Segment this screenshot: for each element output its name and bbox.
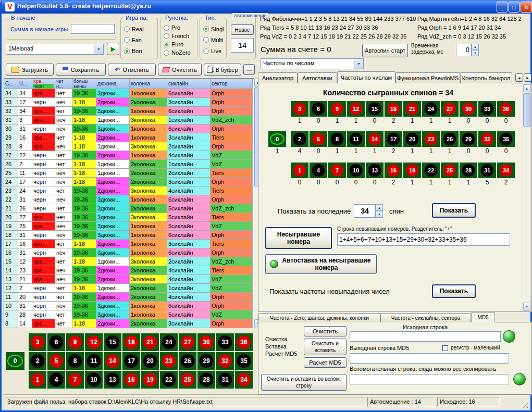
board-cell-26[interactable]: 26 xyxy=(179,352,196,370)
autospin-button[interactable]: Автоспин старт xyxy=(362,44,408,57)
autobet-missing-button[interactable]: Автоставка на несыгравшие номера xyxy=(265,254,377,274)
tabs-scroll-left-icon[interactable]: ◄ xyxy=(515,73,523,82)
title-bar[interactable]: V HelperRoullet 5.6- create helperroulle… xyxy=(2,0,530,14)
maximize-button[interactable]: □ xyxy=(509,2,519,13)
bottom-tab-3[interactable]: MD5 xyxy=(471,312,495,322)
radio-fan[interactable]: Fan xyxy=(124,36,156,44)
copy-buffer-button[interactable]: В буфер xyxy=(204,64,241,76)
md5-clear-button[interactable]: Очистить xyxy=(304,326,347,336)
board-cell-19[interactable]: 19 xyxy=(141,371,159,389)
board-cell-28[interactable]: 28 xyxy=(197,371,215,389)
chevron-down-icon[interactable]: ▼ xyxy=(354,59,363,69)
mode-combobox[interactable]: Частоты по числам ▼ xyxy=(261,58,364,69)
show-last-input[interactable]: 34 xyxy=(354,204,376,218)
play-button[interactable]: ▶ xyxy=(107,43,119,55)
radio-french[interactable]: French xyxy=(164,32,196,40)
delay-value[interactable]: 0 xyxy=(456,44,472,56)
bottom-tab-2[interactable]: Частота - сиклайны, сектора xyxy=(380,313,471,322)
board-cell-4[interactable]: 4 xyxy=(47,371,65,389)
undo-button[interactable]: ↶ Отменить xyxy=(108,64,156,76)
md5-source-input[interactable] xyxy=(350,331,501,342)
delay-spinner[interactable]: ▲ ▼ xyxy=(472,44,479,56)
board-cell-35[interactable]: 35 xyxy=(235,352,253,370)
board-cell-21[interactable]: 21 xyxy=(141,333,159,351)
board-cell-2[interactable]: 2 xyxy=(29,352,46,370)
board-cell-32[interactable]: 32 xyxy=(216,352,234,370)
bottom-tab-1[interactable]: Частота - Zero, шансы, дюжины, колонки xyxy=(258,313,380,322)
missing-string-input[interactable] xyxy=(337,233,510,246)
board-cell-5[interactable]: 5 xyxy=(47,352,65,370)
board-cell-34[interactable]: 34 xyxy=(235,371,253,389)
tab-4[interactable]: Функционал PsevdoMS xyxy=(395,72,460,83)
spin-up-icon[interactable]: ▲ xyxy=(376,204,383,211)
show-last-button[interactable]: Показать xyxy=(432,203,476,218)
radio-multi[interactable]: Multi xyxy=(203,36,225,44)
new-button[interactable]: Новое xyxy=(231,24,254,35)
tab-2[interactable]: Автоставки xyxy=(298,72,337,83)
board-cell-20[interactable]: 20 xyxy=(141,352,159,370)
board-cell-31[interactable]: 31 xyxy=(216,371,234,389)
freq-missing-button[interactable]: Показать xyxy=(432,284,476,298)
board-cell-22[interactable]: 22 xyxy=(160,371,178,389)
md5-paste-source-icon[interactable] xyxy=(503,330,515,343)
board-cell-16[interactable]: 16 xyxy=(122,371,140,389)
board-cell-6[interactable]: 6 xyxy=(47,333,65,351)
board-cell-25[interactable]: 25 xyxy=(179,371,196,389)
save-button[interactable]: Сохранить xyxy=(56,64,106,76)
md5-paste-aux-icon[interactable] xyxy=(513,373,526,385)
tab-1[interactable]: Анализатор xyxy=(258,72,298,83)
preset-combobox[interactable]: 1Melonati ▼ xyxy=(6,44,104,55)
md5-out-input[interactable] xyxy=(350,353,509,364)
register-checkbox[interactable] xyxy=(442,345,448,351)
md5-aux-input[interactable] xyxy=(350,374,509,384)
spin-down-icon[interactable]: ▼ xyxy=(472,50,479,56)
scroll-down-icon[interactable]: ▼ xyxy=(523,303,530,310)
load-button[interactable]: Загрузить xyxy=(6,64,54,76)
collapse-button[interactable]: — xyxy=(243,64,255,75)
board-cell-10[interactable]: 10 xyxy=(85,371,103,389)
board-cell-14[interactable]: 14 xyxy=(104,352,121,370)
board-cell-zero[interactable]: 0 xyxy=(6,352,24,370)
radio-real[interactable]: Real xyxy=(124,26,156,33)
spin-up-icon[interactable]: ▲ xyxy=(472,44,479,50)
board-cell-24[interactable]: 24 xyxy=(160,333,178,351)
show-last-spinner[interactable]: ▲ ▼ xyxy=(376,204,383,218)
board-cell-30[interactable]: 30 xyxy=(197,333,215,351)
board-cell-1[interactable]: 1 xyxy=(29,371,46,389)
tab-5[interactable]: Контроль банкрол xyxy=(460,72,512,83)
radio-nozero[interactable]: NoZero xyxy=(164,49,196,56)
panel-scrollbar[interactable]: ▲ ▼ xyxy=(523,84,531,311)
panel-scrollbar-thumb[interactable] xyxy=(523,93,530,127)
board-cell-29[interactable]: 29 xyxy=(197,352,215,370)
board-cell-12[interactable]: 12 xyxy=(85,333,103,351)
chevron-down-icon[interactable]: ▼ xyxy=(94,44,103,54)
tabs-scroll-right-icon[interactable]: ► xyxy=(524,73,531,82)
radio-bon[interactable]: Bon xyxy=(124,47,156,55)
tab-3[interactable]: Частоты по числам xyxy=(337,71,395,83)
board-cell-9[interactable]: 9 xyxy=(66,333,84,351)
md5-calc-button[interactable]: Расчет MD5 xyxy=(304,357,347,368)
board-cell-18[interactable]: 18 xyxy=(122,333,140,351)
missing-numbers-button[interactable]: Несыгравшие номера xyxy=(265,227,332,249)
md5-clear-paste-aux-button[interactable]: Очистить и вставить во вспом. строку xyxy=(261,374,347,391)
radio-singl[interactable]: Singl xyxy=(203,26,225,33)
board-cell-17[interactable]: 17 xyxy=(122,352,140,370)
board-cell-33[interactable]: 33 xyxy=(216,333,234,351)
start-sum-input[interactable] xyxy=(71,24,115,34)
radio-live[interactable]: Live xyxy=(203,47,225,55)
radio-pro[interactable]: Pro xyxy=(164,24,196,31)
minimize-button[interactable]: _ xyxy=(497,2,508,13)
board-cell-15[interactable]: 15 xyxy=(104,333,121,351)
scroll-up-icon[interactable]: ▲ xyxy=(523,84,530,92)
clear-button[interactable]: Очистить xyxy=(158,64,202,76)
board-cell-23[interactable]: 23 xyxy=(160,352,178,370)
close-button[interactable]: × xyxy=(521,2,532,13)
board-cell-8[interactable]: 8 xyxy=(66,352,84,370)
board-cell-11[interactable]: 11 xyxy=(85,352,103,370)
board-cell-7[interactable]: 7 xyxy=(66,371,84,389)
board-cell-3[interactable]: 3 xyxy=(29,333,46,351)
board-cell-13[interactable]: 13 xyxy=(104,371,121,389)
board-cell-36[interactable]: 36 xyxy=(235,333,253,351)
md5-clear-paste-button[interactable]: Очистить и вставить xyxy=(304,339,347,355)
board-cell-27[interactable]: 27 xyxy=(179,333,196,351)
